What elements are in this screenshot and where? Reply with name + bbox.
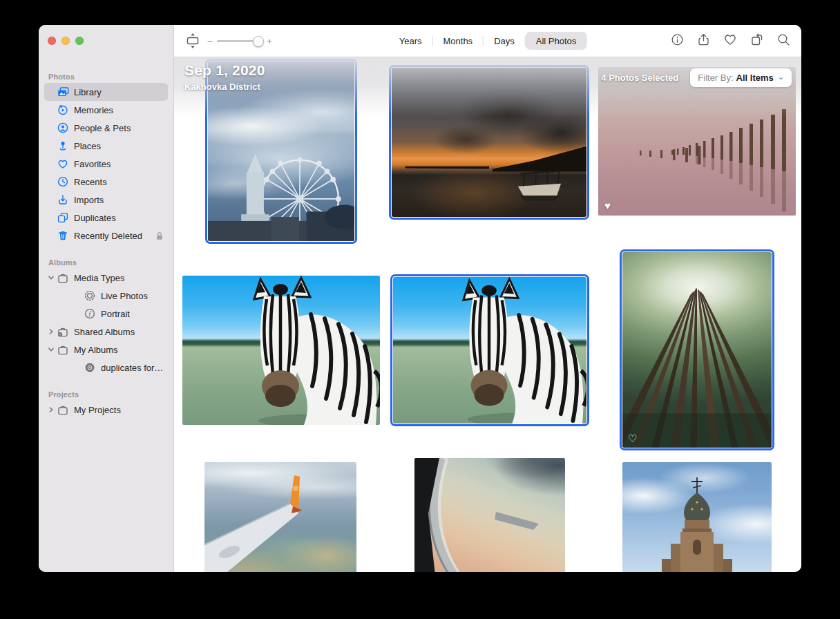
sidebar-item-portrait[interactable]: ƒ Portrait	[44, 305, 168, 323]
people-pets-icon	[56, 122, 70, 133]
rotate-icon[interactable]	[750, 33, 764, 49]
places-pin-icon	[56, 140, 70, 151]
sidebar-item-label: Recents	[74, 177, 107, 187]
sidebar-item-places[interactable]: Places	[44, 137, 168, 155]
zoom-out-label[interactable]: –	[207, 36, 213, 46]
sunset-boat-graphic	[392, 68, 586, 217]
sidebar-item-media-types[interactable]: Media Types	[44, 269, 168, 287]
sidebar-item-label: Media Types	[74, 273, 124, 283]
photo-thumbnail-airplane-window[interactable]	[414, 458, 565, 572]
photo-thumbnail-forest-canopy[interactable]: ♡	[620, 249, 774, 450]
filter-by-dropdown[interactable]: Filter By: All Items ⌄	[690, 68, 792, 87]
share-icon[interactable]	[697, 33, 710, 49]
sidebar-item-label: My Projects	[74, 405, 121, 415]
recents-clock-icon	[56, 176, 70, 187]
chevron-down-icon: ⌄	[778, 73, 784, 82]
sidebar-item-imports[interactable]: Imports	[44, 191, 168, 209]
sidebar-item-label: Duplicates	[74, 213, 116, 223]
sidebar-item-label: My Albums	[74, 345, 118, 355]
sidebar-item-label: People & Pets	[74, 123, 131, 133]
sidebar-section-header-projects: Projects	[48, 390, 173, 399]
zoom-in-label[interactable]: +	[267, 36, 272, 46]
filter-value-label: All Items	[736, 73, 774, 83]
photo-thumbnail-airplane-wing[interactable]	[204, 462, 356, 572]
sidebar-item-recents[interactable]: Recents	[44, 173, 168, 191]
sidebar-section-header-photos: Photos	[48, 73, 173, 81]
airplane-wing-graphic	[204, 462, 356, 572]
photo-thumbnail-zebra-duplicate[interactable]	[390, 274, 589, 426]
favorite-badge-outline: ♡	[628, 433, 637, 444]
album-icon	[56, 345, 70, 355]
sidebar-item-people-pets[interactable]: People & Pets	[44, 119, 168, 137]
zebra-graphic	[182, 276, 380, 425]
sidebar-item-my-albums[interactable]: My Albums	[44, 341, 168, 359]
shared-album-icon	[56, 327, 70, 337]
sidebar-item-label: Portrait	[101, 309, 130, 319]
date-title: Sep 1, 2020	[184, 62, 265, 79]
sidebar-item-library[interactable]: Library	[44, 83, 168, 101]
imports-icon	[56, 194, 70, 205]
zoom-slider-knob[interactable]	[253, 36, 264, 47]
thumbnail-aspect-toggle-button[interactable]	[185, 32, 200, 49]
photo-thumbnail-pink-lake[interactable]: ♥	[598, 67, 796, 216]
date-header: Sep 1, 2020 Kakhovka District	[184, 62, 265, 92]
portrait-icon: ƒ	[83, 308, 97, 319]
photo-thumbnail-sunset-lake[interactable]	[389, 65, 589, 220]
minimize-button[interactable]	[61, 37, 70, 45]
date-location: Kakhovka District	[184, 82, 265, 92]
sidebar-item-live-photos[interactable]: Live Photos	[44, 287, 168, 305]
tab-months[interactable]: Months	[432, 32, 483, 50]
selection-bar: 4 Photos Selected Filter By: All Items ⌄	[601, 68, 792, 87]
chevron-down-icon[interactable]	[46, 346, 56, 353]
close-button[interactable]	[48, 37, 56, 45]
main-area: – + Years Months Days All Photos	[174, 25, 801, 572]
sidebar-item-label: Favorites	[74, 159, 111, 169]
photos-app-window: Photos Library Memories	[39, 25, 801, 572]
favorite-badge-filled: ♥	[604, 200, 611, 211]
sidebar-item-shared-albums[interactable]: Shared Albums	[44, 323, 168, 341]
photo-grid: ♥	[174, 57, 801, 572]
chevron-right-icon[interactable]	[46, 328, 56, 335]
chevron-down-icon[interactable]	[46, 274, 56, 281]
album-icon	[56, 273, 70, 283]
sidebar-item-label: Imports	[74, 195, 104, 205]
sidebar-item-recently-deleted[interactable]: Recently Deleted	[44, 227, 168, 245]
trash-icon	[56, 230, 70, 241]
sidebar-item-label: Live Photos	[101, 291, 148, 301]
sidebar-item-duplicates-for-deletion[interactable]: duplicates for deleti…	[44, 359, 168, 377]
search-icon[interactable]	[777, 33, 790, 49]
tree-trunks-graphic	[622, 252, 772, 448]
tab-years[interactable]: Years	[389, 32, 432, 50]
tab-all-photos[interactable]: All Photos	[526, 32, 587, 50]
wooden-posts-graphic	[598, 67, 796, 216]
photo-library-icon	[56, 87, 70, 97]
sidebar: Photos Library Memories	[39, 25, 174, 572]
svg-text:ƒ: ƒ	[88, 310, 92, 317]
sidebar-item-label: Recently Deleted	[74, 231, 142, 241]
thumbnail-zoom-slider: – +	[207, 36, 272, 46]
gear-icon	[83, 362, 97, 373]
window-frame-graphic	[414, 458, 565, 572]
info-icon[interactable]	[671, 33, 684, 49]
sidebar-section-header-albums: Albums	[48, 258, 173, 267]
zoom-window-button[interactable]	[75, 37, 84, 45]
live-photos-icon	[83, 290, 97, 301]
sidebar-item-label: Library	[74, 87, 102, 97]
sidebar-item-label: Memories	[74, 105, 113, 115]
memories-icon	[56, 104, 70, 115]
sidebar-item-memories[interactable]: Memories	[44, 101, 168, 119]
sidebar-item-my-projects[interactable]: My Projects	[44, 401, 168, 419]
zebra-graphic	[393, 277, 586, 423]
photo-thumbnail-church-dome[interactable]	[622, 462, 772, 572]
sidebar-item-duplicates[interactable]: Duplicates	[44, 209, 168, 227]
selection-count-label: 4 Photos Selected	[601, 73, 678, 83]
favorites-heart-icon	[56, 159, 70, 169]
sidebar-item-favorites[interactable]: Favorites	[44, 155, 168, 173]
chevron-right-icon[interactable]	[46, 406, 56, 413]
zoom-slider-track[interactable]	[217, 40, 262, 42]
tab-days[interactable]: Days	[484, 32, 525, 50]
duplicates-icon	[56, 212, 70, 223]
photo-thumbnail-zebra[interactable]	[182, 276, 380, 425]
sidebar-item-label: duplicates for deleti…	[101, 363, 164, 373]
favorite-heart-icon[interactable]	[723, 33, 737, 48]
